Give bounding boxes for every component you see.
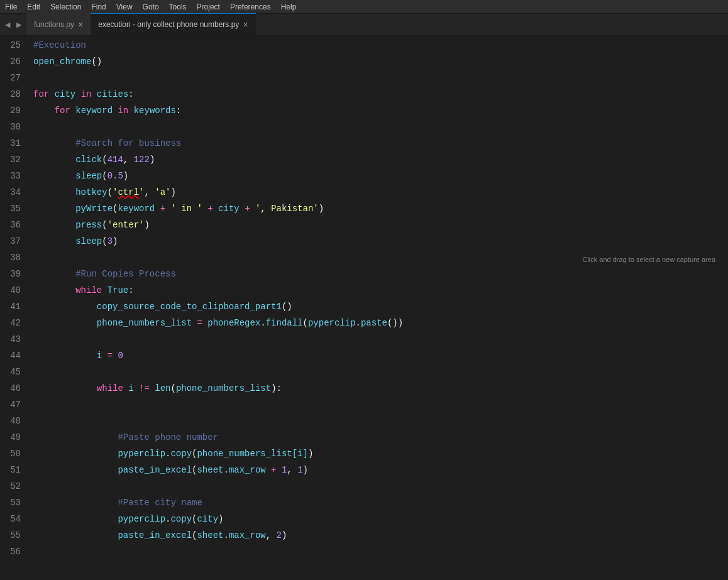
menu-file[interactable]: File [5, 3, 17, 11]
menu-preferences[interactable]: Preferences [230, 3, 271, 11]
code-line-44: i = 0 [28, 347, 728, 364]
code-line-35: pyWrite(keyword + ' in ' + city + ', Pak… [28, 200, 728, 217]
line-numbers: 2526272829303132333435363738394041424344… [0, 36, 28, 580]
tab-bar: ◀ ▶ functions.py × execution - only coll… [0, 14, 728, 36]
tab-execution-label: execution - only collect phone numbers.p… [98, 20, 239, 29]
code-line-31: #Search for business [28, 135, 728, 151]
line-number-48: 48 [0, 413, 21, 429]
code-line-47 [28, 397, 728, 413]
line-number-35: 35 [0, 200, 21, 217]
tab-prev-arrow[interactable]: ◀ [3, 19, 13, 30]
code-line-54: pyperclip.copy(city) [28, 511, 728, 527]
code-line-56 [28, 544, 728, 560]
code-line-46: while i != len(phone_numbers_list): [28, 380, 728, 397]
line-number-36: 36 [0, 217, 21, 233]
menu-selection[interactable]: Selection [50, 3, 81, 11]
line-number-33: 33 [0, 168, 21, 184]
line-number-27: 27 [0, 70, 21, 86]
code-content[interactable]: #Executionopen_chrome() for city in citi… [28, 36, 728, 580]
menu-view[interactable]: View [116, 3, 133, 11]
menu-goto[interactable]: Goto [143, 3, 159, 11]
code-line-48 [28, 413, 728, 429]
tab-functions-close[interactable]: × [78, 20, 83, 29]
line-number-55: 55 [0, 527, 21, 544]
code-line-32: click(414, 122) [28, 151, 728, 168]
line-number-54: 54 [0, 511, 21, 527]
code-line-37: sleep(3) [28, 233, 728, 249]
code-line-45 [28, 364, 728, 380]
line-number-30: 30 [0, 119, 21, 135]
menu-find[interactable]: Find [91, 3, 106, 11]
editor: 2526272829303132333435363738394041424344… [0, 36, 728, 580]
tab-functions-label: functions.py [34, 20, 74, 29]
code-line-27 [28, 70, 728, 86]
code-line-26: open_chrome() [28, 53, 728, 70]
line-number-25: 25 [0, 37, 21, 53]
line-number-49: 49 [0, 429, 21, 446]
line-number-51: 51 [0, 462, 21, 478]
code-line-52 [28, 478, 728, 495]
code-line-55: paste_in_excel(sheet.max_row, 2) [28, 527, 728, 544]
menu-help[interactable]: Help [281, 3, 297, 11]
tab-navigation: ◀ ▶ [0, 14, 26, 35]
code-line-50: pyperclip.copy(phone_numbers_list[i]) [28, 446, 728, 462]
line-number-45: 45 [0, 364, 21, 380]
code-line-28: for city in cities: [28, 86, 728, 102]
menu-edit[interactable]: Edit [27, 3, 40, 11]
line-number-32: 32 [0, 151, 21, 168]
menu-tools[interactable]: Tools [169, 3, 187, 11]
menu-bar: File Edit Selection Find View Goto Tools… [0, 0, 728, 14]
line-number-28: 28 [0, 86, 21, 102]
line-number-52: 52 [0, 478, 21, 495]
tab-next-arrow[interactable]: ▶ [14, 19, 24, 30]
line-number-53: 53 [0, 495, 21, 511]
line-number-44: 44 [0, 347, 21, 364]
code-line-40: while True: [28, 282, 728, 298]
line-number-47: 47 [0, 397, 21, 413]
code-line-42: phone_numbers_list = phoneRegex.findall(… [28, 315, 728, 331]
code-line-25: #Execution [28, 37, 728, 53]
line-number-26: 26 [0, 53, 21, 70]
line-number-42: 42 [0, 315, 21, 331]
line-number-56: 56 [0, 544, 21, 560]
line-number-41: 41 [0, 298, 21, 315]
code-line-38 [28, 249, 728, 266]
line-number-34: 34 [0, 184, 21, 200]
tab-execution[interactable]: execution - only collect phone numbers.p… [91, 13, 255, 35]
code-line-53: #Paste city name [28, 495, 728, 511]
code-line-43 [28, 331, 728, 347]
code-line-36: press('enter') [28, 217, 728, 233]
code-line-33: sleep(0.5) [28, 168, 728, 184]
line-number-46: 46 [0, 380, 21, 397]
code-line-51: paste_in_excel(sheet.max_row + 1, 1) [28, 462, 728, 478]
line-number-43: 43 [0, 331, 21, 347]
code-line-49: #Paste phone number [28, 429, 728, 446]
line-number-38: 38 [0, 249, 21, 266]
line-number-31: 31 [0, 135, 21, 151]
code-line-39: #Run Copies Process [28, 266, 728, 282]
code-line-34: hotkey('ctrl', 'a') [28, 184, 728, 200]
code-line-29: for keyword in keywords: [28, 102, 728, 119]
tab-execution-close[interactable]: × [243, 20, 248, 29]
menu-project[interactable]: Project [197, 3, 220, 11]
line-number-50: 50 [0, 446, 21, 462]
line-number-37: 37 [0, 233, 21, 249]
code-line-41: copy_source_code_to_clipboard_part1() [28, 298, 728, 315]
line-number-29: 29 [0, 102, 21, 119]
tab-functions[interactable]: functions.py × [26, 13, 91, 35]
line-number-40: 40 [0, 282, 21, 298]
code-line-30 [28, 119, 728, 135]
line-number-39: 39 [0, 266, 21, 282]
